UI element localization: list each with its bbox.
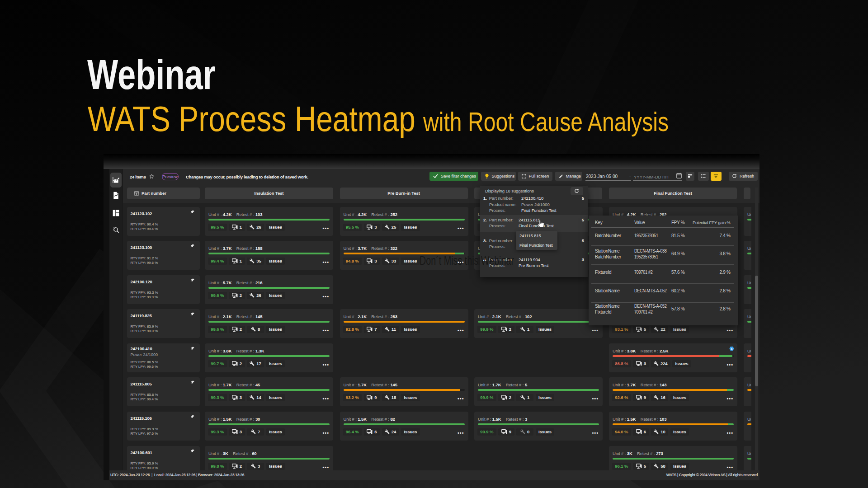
- svg-text:Don´t Miss this Webinar: Don´t Miss this Webinar: [420, 254, 514, 267]
